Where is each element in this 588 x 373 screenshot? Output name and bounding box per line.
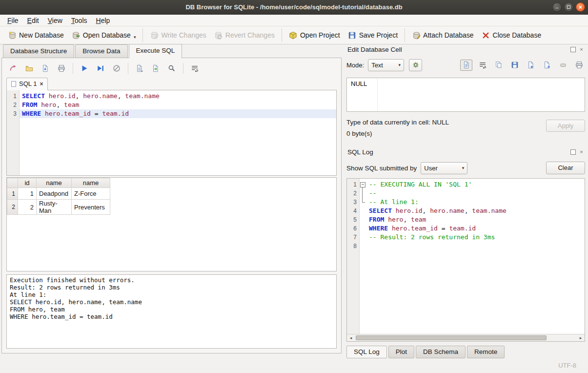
sql-log-pane: 12345678 -- EXECUTING ALL IN 'SQL 1'----…	[346, 178, 585, 342]
find-replace-icon[interactable]	[166, 62, 178, 74]
log-view[interactable]: 12345678 -- EXECUTING ALL IN 'SQL 1'----…	[347, 179, 585, 334]
save-sql-file-icon[interactable]	[40, 62, 51, 74]
message-line: Execution finished without errors.	[10, 276, 333, 284]
close-button[interactable]: ×	[576, 2, 585, 12]
tab-sql-log[interactable]: SQL Log	[346, 346, 387, 358]
execute-all-icon[interactable]	[79, 62, 90, 74]
message-line: FROM hero, team	[10, 306, 333, 313]
scroll-right-icon[interactable]: ▸	[577, 334, 585, 341]
new-database-button[interactable]: New Database	[4, 29, 68, 41]
float-icon[interactable]	[570, 47, 576, 52]
word-wrap-icon[interactable]	[476, 60, 488, 71]
app-window: DB Browser for SQLite - /home/user/code/…	[0, 0, 588, 373]
cell-editor[interactable]: NULL	[346, 78, 585, 112]
log-line: --	[366, 189, 585, 198]
line-number: 4	[347, 207, 359, 215]
open-project-button[interactable]: Open Project	[285, 29, 344, 41]
column-header-name[interactable]: name	[37, 178, 72, 188]
cell[interactable]: 1	[18, 188, 37, 200]
set-null-icon[interactable]	[557, 60, 569, 71]
apply-button[interactable]: Apply	[546, 120, 585, 132]
scroll-left-icon[interactable]: ◂	[347, 334, 355, 341]
import-icon[interactable]	[525, 60, 537, 71]
cell[interactable]: 2	[18, 200, 37, 215]
submitted-by-select[interactable]: User ▾	[421, 162, 467, 174]
sql-tab-label: SQL 1	[19, 80, 37, 87]
minimize-button[interactable]: –	[552, 2, 562, 12]
save-icon[interactable]	[508, 60, 521, 71]
cell-content: NULL	[351, 80, 367, 87]
attach-database-button[interactable]: Attach Database	[408, 29, 478, 41]
open-database-button[interactable]: Open Database▾	[68, 29, 140, 41]
cell[interactable]: Deadpond	[37, 188, 72, 200]
close-icon[interactable]: ×	[579, 149, 584, 155]
close-tab-icon[interactable]: ×	[40, 81, 43, 87]
scrollbar-thumb[interactable]	[356, 335, 547, 340]
mode-select[interactable]: Text ▾	[368, 59, 404, 71]
titlebar[interactable]: DB Browser for SQLite - /home/user/code/…	[0, 0, 588, 15]
column-header-id[interactable]: id	[18, 178, 37, 188]
close-icon[interactable]: ×	[579, 47, 584, 52]
menu-view[interactable]: View	[43, 15, 67, 26]
close-database-button[interactable]: Close Database	[478, 29, 546, 41]
save-project-button[interactable]: Save Project	[344, 29, 402, 41]
float-icon[interactable]	[570, 149, 576, 155]
filter-label: Show SQL submitted by	[346, 165, 417, 172]
toolbar-separator	[73, 63, 73, 74]
menu-file[interactable]: File	[3, 15, 23, 26]
tab-plot[interactable]: Plot	[388, 346, 414, 358]
line-number: 8	[347, 242, 359, 250]
auto-switch-mode-button[interactable]	[409, 59, 422, 71]
fold-cell	[360, 233, 366, 242]
row-number[interactable]: 1	[7, 188, 18, 200]
copy-icon[interactable]	[492, 60, 505, 71]
open-database-icon	[72, 31, 81, 40]
edit-cell-header: Edit Database Cell ×	[346, 44, 585, 54]
export-icon[interactable]	[541, 60, 553, 71]
fold-toggle-icon[interactable]	[360, 180, 366, 189]
new-database-icon	[8, 31, 17, 40]
cell[interactable]: Rusty-Man	[37, 200, 72, 215]
line-number: 1	[7, 92, 19, 101]
save-results-icon[interactable]	[150, 62, 162, 74]
open-project-icon	[289, 31, 298, 40]
column-header-name[interactable]: name	[72, 178, 110, 188]
table-row: 11DeadpondZ-Force	[7, 188, 110, 200]
new-tab-icon[interactable]	[7, 62, 19, 74]
clear-button[interactable]: Clear	[546, 162, 585, 174]
maximize-button[interactable]	[564, 2, 573, 12]
menu-help[interactable]: Help	[92, 15, 115, 26]
text-mode-icon[interactable]	[460, 60, 472, 71]
cell[interactable]: Preventers	[72, 200, 110, 215]
word-wrap-icon[interactable]	[189, 62, 201, 74]
open-sql-file-icon[interactable]	[23, 62, 35, 74]
print-icon[interactable]	[56, 62, 67, 74]
row-number[interactable]: 2	[7, 200, 18, 215]
menu-tools[interactable]: Tools	[67, 15, 92, 26]
filter-value: User	[424, 165, 437, 172]
menu-edit[interactable]: Edit	[23, 15, 43, 26]
dropdown-arrow-icon[interactable]: ▾	[134, 35, 136, 40]
horizontal-scrollbar[interactable]: ◂ ▸	[347, 334, 585, 341]
export-results-icon[interactable]	[134, 62, 145, 74]
mode-row: Mode: Text ▾	[346, 58, 585, 72]
sql-toolbar	[6, 61, 337, 76]
tab-database-structure[interactable]: Database Structure	[3, 44, 74, 58]
tab-browse-data[interactable]: Browse Data	[75, 44, 127, 58]
sql-tab[interactable]: SQL 1 ×	[6, 78, 48, 90]
tab-remote[interactable]: Remote	[467, 346, 505, 358]
stop-icon	[111, 62, 122, 74]
attach-database-label: Attach Database	[423, 31, 474, 39]
execute-line-icon[interactable]	[95, 62, 106, 74]
cell[interactable]: Z-Force	[72, 188, 110, 200]
sql-editor[interactable]: 123 SELECT hero.id, hero.name, team.name…	[6, 90, 337, 176]
line-number: 1	[347, 180, 359, 189]
editor-code[interactable]: SELECT hero.id, hero.name, team.nameFROM…	[20, 90, 336, 175]
scrollbar-track[interactable]	[355, 334, 577, 341]
edit-cell-title: Edit Database Cell	[347, 46, 402, 53]
tab-execute-sql[interactable]: Execute SQL	[129, 44, 182, 58]
print-icon[interactable]	[573, 60, 585, 71]
dock-controls: ×	[570, 47, 584, 52]
message-line: WHERE hero.team_id = team.id	[10, 313, 333, 320]
tab-db-schema[interactable]: DB Schema	[416, 346, 466, 358]
